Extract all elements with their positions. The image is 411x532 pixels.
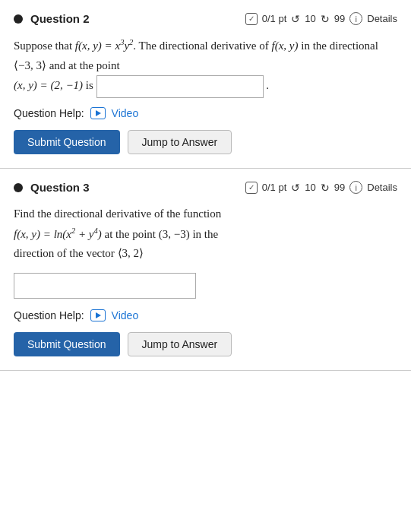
question-3-points: 0/1 pt bbox=[262, 182, 287, 193]
q2-math-3: (x, y) = (2, −1) bbox=[14, 79, 83, 91]
question-3-dot bbox=[14, 183, 23, 192]
refresh-icon: ↻ bbox=[321, 13, 330, 25]
question-3-retries: 10 bbox=[305, 182, 315, 193]
info-icon-q3: i bbox=[349, 181, 362, 194]
question-3-help: Question Help: Video bbox=[14, 309, 397, 321]
question-2-retries: 10 bbox=[305, 13, 315, 24]
question-2-header: Question 2 ✓ 0/1 pt ↺ 10 ↻ 99 i Details bbox=[14, 12, 397, 25]
undo-icon-q3: ↺ bbox=[291, 182, 300, 194]
question-2-title: Question 2 bbox=[30, 12, 90, 25]
question-2-body: Suppose that f(x, y) = x3y2. The directi… bbox=[14, 36, 397, 98]
question-3-details-link[interactable]: Details bbox=[367, 182, 397, 193]
question-3-submit-button[interactable]: Submit Question bbox=[14, 332, 120, 356]
video-icon-q2 bbox=[90, 107, 106, 119]
question-3-body: Find the directional derivative of the f… bbox=[14, 204, 397, 264]
question-2-help: Question Help: Video bbox=[14, 107, 397, 119]
question-3-block: Question 3 ✓ 0/1 pt ↺ 10 ↻ 99 i Details … bbox=[0, 169, 411, 371]
question-3-submissions: 99 bbox=[334, 182, 345, 193]
check-icon-q3: ✓ bbox=[245, 182, 258, 194]
question-3-jump-button[interactable]: Jump to Answer bbox=[128, 332, 232, 356]
question-2-actions: Submit Question Jump to Answer bbox=[14, 130, 397, 154]
question-2-dot bbox=[14, 14, 23, 24]
question-3-title: Question 3 bbox=[30, 181, 90, 194]
question-2-submissions: 99 bbox=[334, 13, 345, 24]
q3-math-1: f(x, y) = ln(x2 + y4) bbox=[14, 228, 105, 240]
question-2-video-link[interactable]: Video bbox=[112, 107, 139, 119]
question-2-meta: ✓ 0/1 pt ↺ 10 ↻ 99 i Details bbox=[245, 12, 397, 25]
refresh-icon-q3: ↻ bbox=[321, 182, 330, 194]
question-3-header: Question 3 ✓ 0/1 pt ↺ 10 ↻ 99 i Details bbox=[14, 181, 397, 194]
q2-math-2: f(x, y) bbox=[271, 40, 298, 52]
question-2-jump-button[interactable]: Jump to Answer bbox=[128, 130, 232, 154]
info-icon: i bbox=[349, 12, 362, 25]
question-2-submit-button[interactable]: Submit Question bbox=[14, 130, 120, 154]
video-icon-q3 bbox=[90, 309, 106, 321]
q2-math-1: f(x, y) = x3y2 bbox=[75, 40, 133, 52]
question-2-details-link[interactable]: Details bbox=[367, 13, 397, 24]
question-3-video-link[interactable]: Video bbox=[112, 309, 139, 321]
question-3-answer-block bbox=[14, 273, 397, 299]
undo-icon: ↺ bbox=[291, 13, 300, 25]
question-2-answer-input[interactable] bbox=[96, 75, 264, 98]
question-3-help-label: Question Help: bbox=[14, 309, 84, 321]
question-3-actions: Submit Question Jump to Answer bbox=[14, 332, 397, 356]
question-3-meta: ✓ 0/1 pt ↺ 10 ↻ 99 i Details bbox=[245, 181, 397, 194]
question-2-points: 0/1 pt bbox=[262, 13, 287, 24]
question-3-answer-input[interactable] bbox=[14, 273, 196, 299]
question-2-help-label: Question Help: bbox=[14, 107, 84, 119]
question-2-block: Question 2 ✓ 0/1 pt ↺ 10 ↻ 99 i Details … bbox=[0, 0, 411, 169]
check-icon: ✓ bbox=[245, 13, 258, 25]
